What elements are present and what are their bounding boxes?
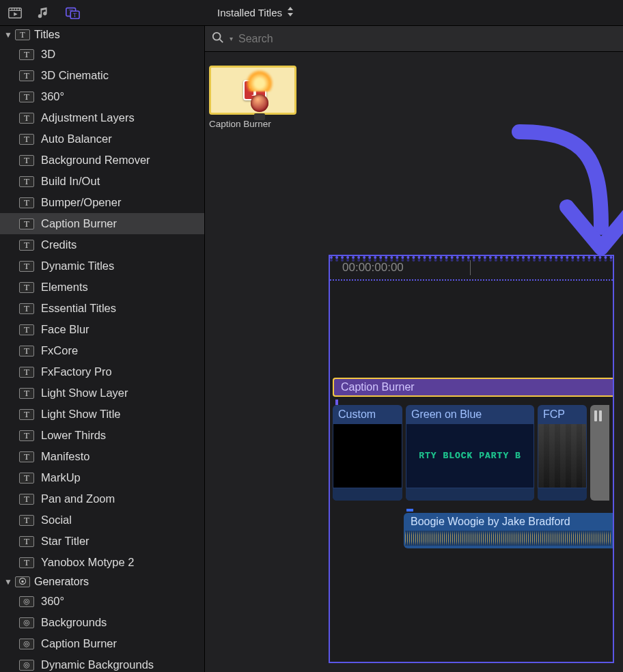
sidebar-item-title[interactable]: TLight Show Title (0, 404, 204, 425)
title-item-icon: T (19, 409, 34, 420)
audio-clip-label: Boogie Woogie by Jake Bradford (404, 513, 613, 531)
timeline-video-clip[interactable] (590, 405, 609, 501)
sidebar-item-title[interactable]: TCredits (0, 234, 204, 255)
clip-thumbnail (333, 424, 402, 488)
sidebar-item-title[interactable]: TFxCore (0, 340, 204, 361)
sidebar-item-title[interactable]: TManifesto (0, 446, 204, 467)
sidebar-item-title[interactable]: TEssential Titles (0, 298, 204, 319)
titles-group-header[interactable]: ▼ T Titles (0, 26, 204, 44)
sidebar-item-title[interactable]: TBackground Remover (0, 150, 204, 171)
timeline-video-clip[interactable]: Green on BlueRTY BLOCK PARTY B (406, 405, 534, 501)
sidebar-item-label: Lower Thirds (41, 429, 106, 442)
svg-point-8 (213, 33, 221, 40)
sidebar-item-title[interactable]: TFace Blur (0, 319, 204, 340)
generators-group-label: Generators (34, 576, 89, 588)
sidebar-item-title[interactable]: TAdjustment Layers (0, 107, 204, 128)
title-item-icon: T (19, 134, 34, 145)
title-clip-label: Caption Burner (341, 381, 415, 393)
sidebar-item-label: Light Show Layer (41, 387, 128, 400)
sidebar-item-generator[interactable]: ◎Caption Burner (0, 633, 204, 654)
sidebar-item-title[interactable]: TPan and Zoom (0, 488, 204, 509)
clip-thumbnail (538, 424, 586, 488)
sidebar-item-title[interactable]: TCaption Burner (0, 213, 204, 234)
title-item-icon: T (19, 197, 34, 208)
sidebar-item-label: Caption Burner (41, 637, 117, 650)
playhead-icon[interactable] (470, 260, 471, 275)
sidebar-item-title[interactable]: TElements (0, 277, 204, 298)
title-item-icon: T (19, 430, 34, 441)
sidebar-item-label: Manifesto (41, 450, 90, 463)
waveform-icon (405, 531, 611, 546)
sidebar-item-label: Credits (41, 238, 77, 251)
sidebar-item-label: Dynamic Titles (41, 260, 114, 272)
browser-filter-label: Installed Titles (217, 7, 282, 18)
sidebar-item-label: Auto Balancer (41, 132, 112, 145)
title-thumbnail-caption-burner[interactable]: T Caption Burner (209, 66, 296, 129)
generator-item-icon: ◎ (19, 639, 34, 649)
sidebar: ▼ T Titles T3DT3D CinematicT360°TAdjustm… (0, 26, 205, 672)
timeline-ruler[interactable]: 00:00:00:00 (330, 256, 613, 281)
generators-group-icon: ⦿ (15, 576, 30, 587)
search-icon[interactable] (212, 31, 224, 46)
connection-marker-icon (406, 509, 413, 512)
sidebar-item-generator[interactable]: ◎Dynamic Backgrounds (0, 654, 204, 672)
sidebar-item-title[interactable]: T3D Cinematic (0, 65, 204, 86)
search-input[interactable] (238, 33, 616, 45)
disclosure-triangle-icon: ▼ (4, 30, 11, 40)
sidebar-item-label: 3D Cinematic (41, 69, 109, 82)
sidebar-item-title[interactable]: TYanobox Motype 2 (0, 552, 204, 573)
generator-item-icon: ◎ (19, 596, 34, 607)
sidebar-item-title[interactable]: TSocial (0, 509, 204, 531)
titles-browser-icon[interactable]: TT (64, 5, 81, 21)
generator-item-icon: ◎ (19, 617, 34, 628)
sidebar-item-generator[interactable]: ◎Backgrounds (0, 612, 204, 633)
sidebar-item-title[interactable]: TBumper/Opener (0, 192, 204, 213)
sidebar-item-title[interactable]: TAuto Balancer (0, 128, 204, 150)
thumbnail-preview: T (209, 66, 296, 115)
title-item-icon: T (19, 451, 34, 462)
svg-line-9 (220, 40, 223, 43)
browser-filter-dropdown[interactable]: Installed Titles (217, 7, 294, 18)
sidebar-item-title[interactable]: TLight Show Layer (0, 382, 204, 404)
timeline-audio-clip[interactable]: Boogie Woogie by Jake Bradford (404, 513, 613, 548)
timeline-title-clip[interactable]: Caption Burner (333, 378, 613, 397)
sidebar-item-title[interactable]: TMarkUp (0, 467, 204, 488)
title-item-icon: T (19, 494, 34, 505)
sort-arrows-icon (286, 7, 294, 18)
title-item-icon: T (19, 473, 34, 484)
title-item-icon: T (19, 303, 34, 314)
sidebar-item-label: MarkUp (41, 471, 81, 484)
sidebar-item-title[interactable]: TFxFactory Pro (0, 361, 204, 382)
sidebar-item-title[interactable]: TBuild In/Out (0, 171, 204, 192)
clip-thumbnail: RTY BLOCK PARTY B (406, 424, 534, 488)
sidebar-item-title[interactable]: T360° (0, 86, 204, 107)
sidebar-item-label: 360° (41, 595, 64, 608)
title-item-icon: T (19, 346, 34, 356)
search-bar: ▾ (205, 26, 623, 52)
timeline-video-clip[interactable]: FCP (538, 405, 587, 501)
timecode-display: 00:00:00:00 (342, 261, 404, 275)
title-item-icon: T (19, 113, 34, 124)
sidebar-item-label: Light Show Title (41, 408, 120, 421)
sidebar-item-title[interactable]: TDynamic Titles (0, 255, 204, 277)
sidebar-item-label: 3D (41, 48, 55, 61)
svg-marker-7 (288, 13, 293, 16)
sidebar-item-title[interactable]: T3D (0, 44, 204, 65)
sidebar-item-label: Star Titler (41, 535, 89, 548)
title-item-icon: T (19, 155, 34, 166)
connection-marker-icon (335, 400, 338, 405)
generators-group-header[interactable]: ▼ ⦿ Generators (0, 573, 204, 591)
title-item-icon: T (19, 388, 34, 399)
title-item-icon: T (19, 324, 34, 335)
sidebar-item-title[interactable]: TStar Titler (0, 531, 204, 552)
sidebar-item-label: Face Blur (41, 323, 89, 336)
timeline-video-clip[interactable]: Custom (333, 405, 402, 501)
sidebar-item-generator[interactable]: ◎360° (0, 591, 204, 612)
media-browser-icon[interactable] (7, 5, 23, 21)
sidebar-item-label: Bumper/Opener (41, 196, 121, 209)
audio-browser-icon[interactable] (36, 5, 52, 21)
sidebar-item-label: FxCore (41, 344, 78, 357)
sidebar-item-label: Essential Titles (41, 302, 116, 315)
chevron-down-icon[interactable]: ▾ (230, 35, 233, 42)
sidebar-item-title[interactable]: TLower Thirds (0, 425, 204, 446)
